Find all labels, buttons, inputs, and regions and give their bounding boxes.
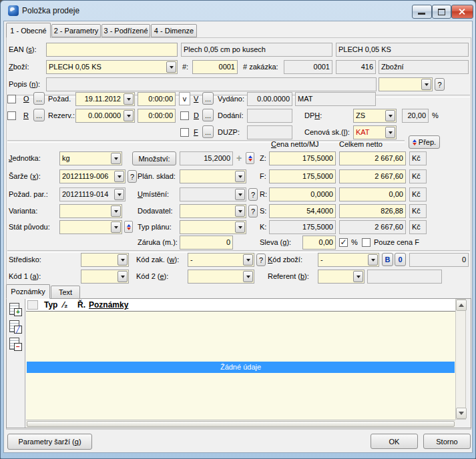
sarze-combo[interactable]: 20121119-006 (59, 169, 126, 183)
price-z-total-input[interactable]: 2 667,60 (339, 151, 406, 165)
sleva-input[interactable]: 0,00 (302, 236, 336, 250)
pozad-date-combo[interactable]: 19.11.2012 (75, 92, 135, 106)
col-poznamky[interactable]: Poznámky (89, 300, 128, 310)
dodani-checkbox[interactable] (180, 111, 189, 120)
chevron-down-icon[interactable] (243, 254, 253, 266)
tab-obecne[interactable]: 1 - Obecné (6, 23, 51, 38)
storno-button[interactable]: Storno (423, 434, 471, 449)
notes-grid-header[interactable]: Typ ⁄₂ Ř. Poznámky (26, 299, 455, 312)
chevron-down-icon[interactable] (117, 254, 128, 266)
plan-sklad-combo[interactable] (180, 169, 246, 183)
rezerv-dots-button[interactable]: ... (33, 109, 45, 121)
chevron-down-icon[interactable] (124, 110, 134, 121)
close-button[interactable] (451, 5, 473, 19)
chevron-down-icon[interactable] (235, 189, 245, 200)
price-f-mj-input[interactable]: 175,5000 (269, 169, 336, 183)
chevron-down-icon[interactable] (243, 271, 253, 282)
rezerv-checkbox[interactable] (7, 111, 16, 120)
vertical-scrollbar[interactable] (455, 299, 466, 420)
price-s-total-input[interactable]: 826,88 (339, 204, 406, 218)
duzp-dots-button[interactable]: ... (202, 125, 214, 138)
mnozstvi-button[interactable]: Množství: (132, 151, 176, 165)
parametry-sarzi-button[interactable]: Parametry šarží (q) (7, 434, 92, 450)
cenova-sk-combo[interactable]: KAT (353, 125, 397, 139)
chevron-down-icon[interactable] (235, 205, 245, 217)
chevron-down-icon[interactable] (368, 254, 378, 266)
note-delete-button[interactable]: − (9, 338, 22, 351)
tab-dimenze[interactable]: 4 - Dimenze (151, 24, 197, 37)
typ-planu-combo[interactable] (180, 220, 246, 234)
col-radek[interactable]: Ř. (77, 300, 85, 310)
popis-combo[interactable] (379, 77, 433, 91)
scroll-down-button[interactable] (456, 408, 467, 419)
price-r-mj-input[interactable]: 0,0000 (269, 187, 336, 201)
duzp-checkbox[interactable] (180, 128, 189, 137)
sleva-percent-checkbox[interactable]: ✓ (339, 238, 348, 247)
chevron-down-icon[interactable] (385, 127, 395, 138)
dodani-dots-button[interactable]: ... (202, 109, 214, 121)
price-z-mj-input[interactable]: 175,5000 (269, 151, 336, 165)
horizontal-scrollbar[interactable] (26, 420, 455, 428)
maximize-button[interactable] (432, 5, 451, 19)
kod1-combo[interactable] (81, 270, 129, 284)
col-typ[interactable]: Typ (44, 300, 57, 310)
chevron-down-icon[interactable] (385, 110, 395, 121)
chevron-down-icon[interactable] (111, 205, 121, 217)
pozad-par-combo[interactable]: 20121119-014 (59, 187, 126, 201)
rezerv-time-input[interactable]: 0:00:00 (138, 109, 176, 123)
chevron-down-icon[interactable] (235, 171, 245, 182)
chevron-down-icon[interactable] (114, 189, 124, 200)
ok-button[interactable]: OK (371, 434, 418, 449)
scroll-up-button[interactable] (456, 300, 467, 311)
tab-parametry[interactable]: 2 - Parametry (51, 24, 101, 37)
kod-zak-combo[interactable]: - (188, 253, 254, 267)
rezerv-date-combo[interactable]: 0.00.0000 (75, 109, 135, 123)
stat-recalc-icon[interactable] (124, 221, 133, 233)
umisteni-help-button[interactable]: ? (248, 188, 258, 201)
hash-input[interactable]: 0001 (192, 60, 238, 74)
tab-text[interactable]: Text (51, 286, 80, 299)
tab-podrizene[interactable]: 3 - Podřízené (101, 24, 150, 37)
note-edit-button[interactable]: ╱ (9, 320, 22, 334)
chevron-down-icon[interactable] (166, 61, 176, 73)
chevron-down-icon[interactable] (114, 171, 124, 182)
note-add-button[interactable]: + (9, 303, 22, 316)
price-s-mj-input[interactable]: 54,4000 (269, 204, 336, 218)
kod2-combo[interactable] (188, 270, 254, 284)
varianta-combo[interactable] (59, 204, 122, 218)
popis-help-button[interactable]: ? (435, 78, 445, 91)
col-half[interactable]: ⁄₂ (63, 300, 67, 310)
o-button[interactable]: 0 (395, 253, 406, 266)
pouze-cena-f-checkbox[interactable] (362, 238, 371, 247)
price-r-total-input[interactable]: 0,00 (339, 187, 406, 201)
pozad-dots-button[interactable]: ... (33, 92, 45, 105)
chevron-down-icon[interactable] (111, 221, 121, 233)
umisteni-combo[interactable] (180, 187, 246, 201)
chevron-down-icon[interactable] (111, 153, 121, 164)
kod-zak-help-button[interactable]: ? (256, 254, 266, 266)
dph-combo[interactable]: ZS (353, 109, 397, 123)
tab-poznamky[interactable]: Poznámky (6, 284, 50, 299)
prep-button[interactable]: Přep. (409, 135, 440, 149)
ean-input[interactable] (46, 43, 178, 57)
chevron-down-icon[interactable] (353, 271, 363, 282)
dodavatel-combo[interactable] (180, 204, 246, 218)
zbozi-combo[interactable]: PLECH 0,05 KS (46, 60, 178, 74)
chevron-down-icon[interactable] (421, 79, 431, 90)
chevron-down-icon[interactable] (235, 221, 245, 233)
z-recalc-icon[interactable] (246, 152, 254, 164)
kod-zbozi-combo[interactable]: - (318, 253, 379, 267)
b-button[interactable]: B (382, 253, 393, 266)
vydano-dots-button[interactable]: ... (202, 92, 214, 105)
scroll-thumb[interactable] (27, 421, 455, 427)
jednotka-combo[interactable]: kg (59, 151, 122, 165)
pozad-time-input[interactable]: 0:00:00 (138, 92, 176, 106)
sarze-help-button[interactable]: ? (128, 170, 137, 183)
chevron-down-icon[interactable] (124, 93, 134, 105)
referent-combo[interactable] (318, 270, 365, 284)
price-f-total-input[interactable]: 2 667,60 (339, 169, 406, 183)
pozad-checkbox[interactable] (7, 95, 16, 103)
dodavatel-help-button[interactable]: ? (248, 205, 258, 217)
stredisko-combo[interactable] (81, 253, 129, 267)
zaruka-input[interactable]: 0 (180, 236, 233, 250)
